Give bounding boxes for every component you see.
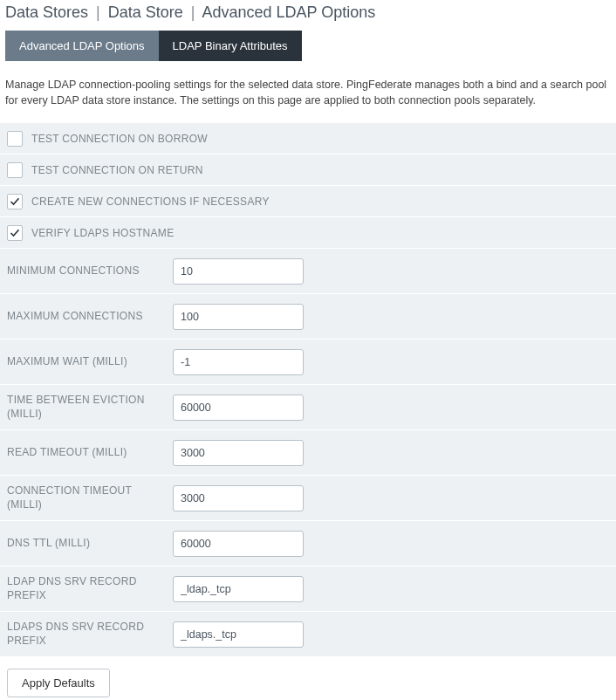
field-label: DNS TTL (MILLI): [7, 537, 173, 551]
row-test-on-return: TEST CONNECTION ON RETURN: [0, 154, 616, 185]
row-test-on-borrow: TEST CONNECTION ON BORROW: [0, 122, 616, 154]
page-description: Manage LDAP connection-pooling settings …: [0, 61, 616, 122]
field-label: LDAPS DNS SRV RECORD PREFIX: [7, 621, 173, 648]
breadcrumb: Data Stores | Data Store | Advanced LDAP…: [0, 0, 616, 31]
checkbox-verify-ldaps-hostname[interactable]: [7, 225, 23, 241]
form-rows: TEST CONNECTION ON BORROW TEST CONNECTIO…: [0, 122, 616, 656]
row-verify-ldaps-hostname: VERIFY LDAPS HOSTNAME: [0, 216, 616, 248]
checkbox-label: CREATE NEW CONNECTIONS IF NECESSARY: [31, 196, 270, 208]
field-label: MAXIMUM CONNECTIONS: [7, 310, 173, 324]
input-ldaps-dns-srv-prefix[interactable]: [173, 621, 304, 648]
row-minimum-connections: MINIMUM CONNECTIONS: [0, 248, 616, 293]
checkbox-label: TEST CONNECTION ON BORROW: [31, 133, 208, 145]
row-create-if-necessary: CREATE NEW CONNECTIONS IF NECESSARY: [0, 185, 616, 216]
input-connection-timeout[interactable]: [173, 485, 304, 511]
tabs: Advanced LDAP Options LDAP Binary Attrib…: [5, 31, 616, 61]
input-ldap-dns-srv-prefix[interactable]: [173, 576, 304, 602]
breadcrumb-separator: |: [96, 3, 100, 21]
apply-defaults-button[interactable]: Apply Defaults: [7, 669, 110, 697]
row-ldap-dns-srv-prefix: LDAP DNS SRV RECORD PREFIX: [0, 566, 616, 611]
tab-ldap-binary-attributes[interactable]: LDAP Binary Attributes: [159, 31, 302, 61]
row-maximum-connections: MAXIMUM CONNECTIONS: [0, 293, 616, 339]
row-time-between-eviction: TIME BETWEEN EVICTION (MILLI): [0, 384, 616, 429]
field-label: MAXIMUM WAIT (MILLI): [7, 355, 173, 369]
field-label: CONNECTION TIMEOUT (MILLI): [7, 484, 173, 511]
input-time-between-eviction[interactable]: [173, 395, 304, 421]
checkbox-label: TEST CONNECTION ON RETURN: [31, 164, 203, 176]
breadcrumb-item[interactable]: Data Store: [108, 3, 183, 21]
input-minimum-connections[interactable]: [173, 258, 304, 285]
breadcrumb-item[interactable]: Data Stores: [5, 3, 88, 21]
row-ldaps-dns-srv-prefix: LDAPS DNS SRV RECORD PREFIX: [0, 611, 616, 656]
checkbox-label: VERIFY LDAPS HOSTNAME: [31, 227, 174, 239]
breadcrumb-separator: |: [191, 3, 195, 21]
checkbox-create-if-necessary[interactable]: [7, 194, 23, 209]
checkbox-test-on-return[interactable]: [7, 162, 23, 178]
field-label: LDAP DNS SRV RECORD PREFIX: [7, 575, 173, 602]
checkbox-test-on-borrow[interactable]: [7, 131, 23, 147]
input-maximum-connections[interactable]: [173, 304, 304, 330]
input-dns-ttl[interactable]: [173, 531, 304, 557]
row-connection-timeout: CONNECTION TIMEOUT (MILLI): [0, 475, 616, 520]
field-label: READ TIMEOUT (MILLI): [7, 446, 173, 460]
input-read-timeout[interactable]: [173, 440, 304, 466]
row-dns-ttl: DNS TTL (MILLI): [0, 520, 616, 566]
tab-advanced-ldap-options[interactable]: Advanced LDAP Options: [5, 31, 159, 61]
input-maximum-wait[interactable]: [173, 349, 304, 375]
row-read-timeout: READ TIMEOUT (MILLI): [0, 429, 616, 475]
footer: Apply Defaults: [0, 656, 616, 697]
breadcrumb-item: Advanced LDAP Options: [202, 3, 376, 21]
field-label: TIME BETWEEN EVICTION (MILLI): [7, 394, 173, 421]
row-maximum-wait: MAXIMUM WAIT (MILLI): [0, 339, 616, 384]
field-label: MINIMUM CONNECTIONS: [7, 264, 173, 278]
